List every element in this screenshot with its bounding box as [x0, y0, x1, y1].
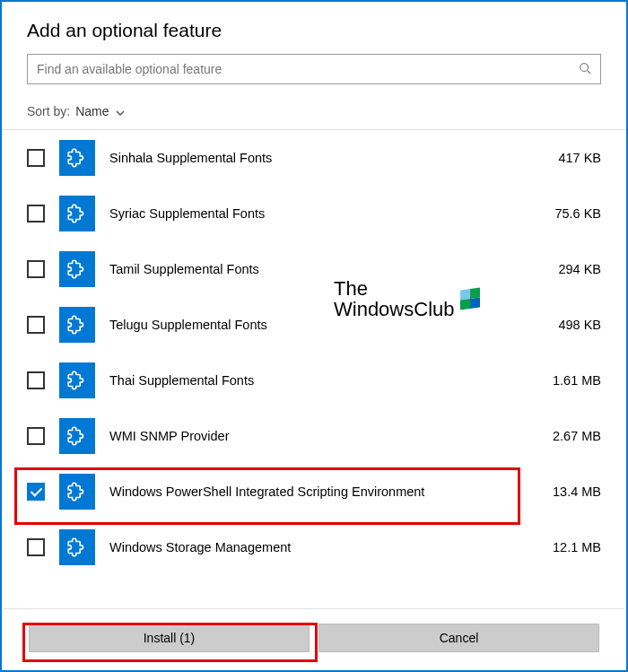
feature-name: WMI SNMP Provider	[109, 429, 524, 443]
list-item[interactable]: Windows PowerShell Integrated Scripting …	[2, 464, 626, 519]
page-title: Add an optional feature	[27, 20, 601, 41]
puzzle-icon	[59, 251, 95, 287]
puzzle-icon	[59, 529, 95, 565]
puzzle-icon	[59, 474, 95, 510]
list-item[interactable]: Syriac Supplemental Fonts75.6 KB	[2, 186, 626, 241]
search-input[interactable]	[37, 62, 579, 76]
feature-size: 294 KB	[538, 262, 601, 276]
feature-list: Sinhala Supplemental Fonts417 KBSyriac S…	[2, 129, 626, 575]
search-icon	[579, 62, 591, 77]
list-item[interactable]: WMI SNMP Provider2.67 MB	[2, 408, 626, 464]
sort-label: Sort by:	[27, 104, 70, 118]
feature-name: Sinhala Supplemental Fonts	[109, 151, 524, 165]
checkbox[interactable]	[27, 205, 45, 223]
feature-name: Telugu Supplemental Fonts	[109, 318, 524, 332]
list-item[interactable]: Thai Supplemental Fonts1.61 MB	[2, 353, 626, 408]
cancel-button[interactable]: Cancel	[318, 624, 599, 652]
list-item[interactable]: Telugu Supplemental Fonts498 KB	[2, 297, 626, 353]
feature-size: 498 KB	[538, 318, 601, 332]
puzzle-icon	[59, 307, 95, 343]
feature-size: 12.1 MB	[538, 540, 601, 554]
footer-bar: Install (1) Cancel	[4, 608, 624, 670]
install-button[interactable]: Install (1)	[29, 624, 310, 652]
sort-control[interactable]: Sort by: Name	[2, 95, 626, 129]
feature-name: Thai Supplemental Fonts	[109, 373, 524, 388]
puzzle-icon	[59, 362, 95, 398]
list-item[interactable]: Windows Storage Management12.1 MB	[2, 519, 626, 575]
feature-name: Windows PowerShell Integrated Scripting …	[109, 484, 524, 499]
checkbox[interactable]	[27, 149, 45, 167]
checkbox[interactable]	[27, 538, 45, 556]
chevron-down-icon	[116, 104, 125, 118]
feature-size: 417 KB	[538, 151, 601, 165]
feature-name: Tamil Supplemental Fonts	[109, 262, 524, 276]
search-box[interactable]	[27, 54, 601, 84]
feature-name: Syriac Supplemental Fonts	[109, 206, 524, 221]
list-item[interactable]: Sinhala Supplemental Fonts417 KB	[2, 130, 626, 186]
checkbox[interactable]	[27, 483, 45, 501]
puzzle-icon	[59, 418, 95, 454]
checkbox[interactable]	[27, 316, 45, 334]
feature-size: 13.4 MB	[538, 484, 601, 499]
svg-point-0	[580, 63, 589, 71]
feature-size: 1.61 MB	[538, 373, 601, 388]
list-item[interactable]: Tamil Supplemental Fonts294 KB	[2, 241, 626, 297]
checkbox[interactable]	[27, 371, 45, 389]
feature-size: 2.67 MB	[538, 429, 601, 443]
checkbox[interactable]	[27, 427, 45, 445]
feature-size: 75.6 KB	[538, 206, 601, 221]
svg-line-1	[588, 70, 591, 74]
checkbox[interactable]	[27, 260, 45, 278]
sort-value: Name	[75, 104, 109, 118]
puzzle-icon	[59, 140, 95, 176]
puzzle-icon	[59, 196, 95, 231]
feature-name: Windows Storage Management	[109, 540, 524, 554]
